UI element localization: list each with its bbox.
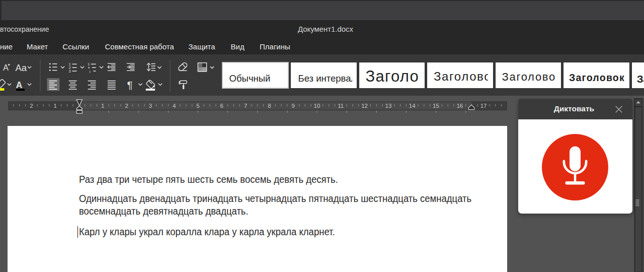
svg-text:2: 2 — [30, 103, 33, 109]
svg-text:10: 10 — [314, 103, 320, 109]
svg-text:A: A — [16, 80, 23, 90]
svg-text:6: 6 — [220, 103, 223, 109]
svg-text:2: 2 — [125, 103, 128, 109]
svg-text:1: 1 — [88, 62, 90, 66]
svg-text:8: 8 — [268, 103, 271, 109]
svg-text:1: 1 — [53, 103, 56, 109]
svg-text:1: 1 — [101, 103, 104, 109]
svg-text:3: 3 — [149, 103, 152, 109]
svg-text:A: A — [3, 63, 9, 72]
svg-text:11: 11 — [338, 103, 344, 109]
svg-text:15: 15 — [433, 103, 439, 109]
svg-text:14: 14 — [409, 103, 416, 109]
svg-text:12: 12 — [361, 103, 368, 109]
svg-text:9: 9 — [291, 103, 294, 109]
svg-text:13: 13 — [385, 103, 392, 109]
svg-text:16: 16 — [456, 103, 463, 109]
svg-text:7: 7 — [244, 103, 247, 109]
svg-text:5: 5 — [196, 103, 199, 109]
svg-text:¶: ¶ — [127, 79, 133, 91]
svg-text:Aa: Aa — [16, 62, 27, 73]
svg-text:3: 3 — [69, 69, 71, 74]
svg-text:17: 17 — [480, 103, 487, 109]
svg-text:i: i — [90, 70, 91, 74]
svg-text:4: 4 — [173, 103, 176, 109]
